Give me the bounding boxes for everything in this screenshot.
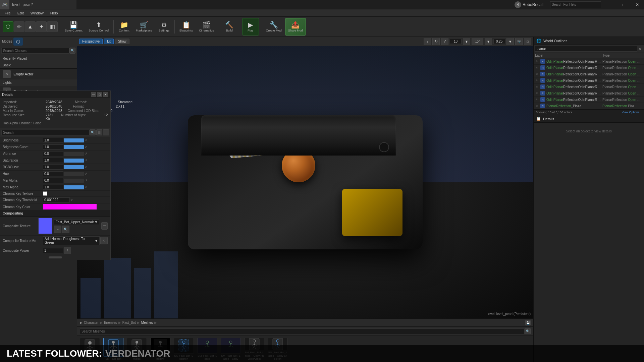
share-mod-button[interactable]: 📤 Share Mod	[285, 18, 306, 36]
menu-edit[interactable]: Edit	[14, 10, 27, 16]
close-button[interactable]: ✕	[631, 0, 644, 9]
eye-icon-5[interactable]: 👁	[535, 91, 539, 95]
perspective-button[interactable]: Perspective	[79, 39, 103, 44]
min-alpha-row[interactable]: Min Alpha ↺	[0, 177, 110, 184]
mode-placement[interactable]: ⬡	[13, 38, 23, 46]
brightness-input[interactable]	[43, 138, 63, 143]
outliner-row-3[interactable]: 👁 R OdinPlanarReflectionOdinPlanarRe... …	[534, 77, 644, 84]
viewport[interactable]: Level: level_pearl (Persistent)	[77, 46, 533, 318]
maximize-viewport[interactable]: □	[524, 38, 531, 45]
details-search-input[interactable]	[1, 130, 90, 135]
cinematics-button[interactable]: 🎬 Cinematics	[196, 18, 217, 36]
eye-icon-7[interactable]: 👁	[535, 104, 539, 108]
max-alpha-input[interactable]	[43, 185, 63, 190]
brightness-row[interactable]: Brightness ↺	[0, 137, 110, 144]
min-alpha-input[interactable]	[43, 178, 63, 183]
texture-dropdown-icon[interactable]: ▼	[94, 220, 98, 224]
view-options-link[interactable]: View Options...	[622, 111, 642, 114]
max-alpha-row[interactable]: Max Alpha ↺	[0, 184, 110, 191]
brightness-curve-input[interactable]	[43, 144, 63, 149]
brightness-slider[interactable]	[64, 138, 84, 142]
mode-geometry[interactable]: ◧	[47, 21, 58, 32]
angle-dropdown[interactable]: ▼	[485, 38, 492, 45]
eye-icon-3[interactable]: 👁	[535, 78, 539, 82]
search-classes-input[interactable]	[1, 48, 69, 54]
create-mod-button[interactable]: 🔧 Create Mod	[263, 18, 284, 36]
translate-icon[interactable]: ↕	[424, 38, 431, 45]
source-control-button[interactable]: ⬆ Source Control	[86, 18, 111, 36]
scale-dropdown[interactable]: ▼	[506, 38, 514, 45]
eye-icon-1[interactable]: 👁	[535, 66, 539, 70]
cb-crumb-character[interactable]: Character	[84, 321, 99, 324]
eye-icon-2[interactable]: 👁	[535, 72, 539, 76]
outliner-row-1[interactable]: 👁 R OdinPlanarReflectionOdinPlanarRe... …	[534, 65, 644, 71]
hue-input[interactable]	[43, 171, 63, 176]
maximize-button[interactable]: □	[617, 0, 631, 9]
hue-reset[interactable]: ↺	[85, 172, 87, 175]
build-button[interactable]: 🔨 Build	[221, 18, 238, 36]
brightness-curve-row[interactable]: Brightness Curve ↺	[0, 144, 110, 150]
outliner-clear-btn[interactable]: ✕	[637, 47, 643, 51]
chroma-key-texture-row[interactable]: Chroma Key Texture	[0, 191, 110, 197]
details-minimize[interactable]: —	[91, 92, 96, 97]
chroma-key-texture-checkbox[interactable]	[43, 191, 47, 196]
scroll-handle[interactable]	[0, 255, 110, 260]
eye-icon-4[interactable]: 👁	[535, 85, 539, 89]
cb-search-input[interactable]	[80, 328, 525, 334]
cb-crumb-enemies[interactable]: Enemies	[104, 321, 117, 324]
content-button[interactable]: 📁 Content	[116, 18, 132, 36]
menu-file[interactable]: File	[1, 10, 14, 16]
vibrance-row[interactable]: Vibrance ↺	[0, 150, 110, 157]
min-alpha-slider[interactable]	[64, 179, 84, 183]
texture-preview[interactable]	[38, 218, 52, 234]
cb-crumb-fastbot[interactable]: Fast_Bot	[122, 321, 136, 324]
chroma-threshold-reset[interactable]: ↺	[70, 198, 73, 201]
rgbcurve-input[interactable]	[43, 165, 63, 170]
composite-power-row[interactable]: Composite Power ?	[0, 246, 110, 255]
grid-size-input[interactable]	[450, 39, 462, 44]
outliner-row-7[interactable]: 👁 R PlanarReflection_Plaza PlanarReflect…	[534, 103, 644, 109]
outliner-row-6[interactable]: 👁 R OdinPlanarReflectionOdinPlanarRe... …	[534, 97, 644, 103]
mode-select[interactable]: ⬡	[3, 21, 13, 32]
minimize-button[interactable]: —	[604, 0, 617, 9]
eye-icon-0[interactable]: 👁	[535, 59, 539, 63]
saturation-row[interactable]: Saturation ↺	[0, 157, 110, 164]
details-search-button[interactable]: 🔍	[90, 129, 96, 135]
outliner-row-5[interactable]: 👁 R OdinPlanarReflectionOdinPlanarRe... …	[534, 90, 644, 97]
saturation-input[interactable]	[43, 158, 63, 163]
save-current-button[interactable]: 💾 Save Current	[62, 18, 85, 36]
window-tab[interactable]: level_pearl*	[9, 0, 76, 9]
menu-help[interactable]: Help	[47, 10, 61, 16]
lit-button[interactable]: Lit	[104, 39, 114, 44]
cb-search-button[interactable]: 🔍	[525, 328, 531, 334]
details-close[interactable]: ✕	[103, 92, 108, 97]
brightness-reset[interactable]: ↺	[85, 139, 87, 142]
texture-back-btn[interactable]: ←	[54, 226, 61, 233]
menu-window[interactable]: Window	[27, 10, 47, 16]
brightness-curve-slider[interactable]	[64, 145, 84, 149]
chroma-key-threshold-row[interactable]: Chroma Key Threshold ↺	[0, 197, 110, 203]
saturation-slider[interactable]	[64, 159, 84, 163]
mode-foliage[interactable]: ✦	[36, 21, 47, 32]
eye-icon-6[interactable]: 👁	[535, 98, 539, 102]
hue-slider[interactable]	[64, 172, 84, 176]
vibrance-reset[interactable]: ↺	[85, 152, 87, 155]
scale-icon[interactable]: ⤢	[441, 38, 448, 45]
help-search-input[interactable]	[550, 3, 601, 6]
details-options-button[interactable]: ⋯	[103, 129, 109, 135]
rgbcurve-reset[interactable]: ↺	[85, 166, 87, 169]
chroma-key-color-row[interactable]: Chroma Key Color	[0, 203, 110, 210]
vibrance-slider[interactable]	[64, 152, 84, 156]
rotate-icon[interactable]: ↻	[432, 38, 440, 45]
camera-speed[interactable]: 📷	[515, 38, 523, 45]
outliner-row-4[interactable]: 👁 R OdinPlanarReflectionOdinPlanarRe... …	[534, 84, 644, 90]
settings-button[interactable]: ⚙ Settings	[156, 18, 172, 36]
composite-mo-clear[interactable]: ✕	[100, 237, 108, 244]
rgbcurve-slider[interactable]	[64, 165, 84, 169]
composite-mo-dropdown[interactable]: Add Normal Roughness To Green ▼	[43, 236, 100, 245]
empty-actor-item[interactable]: ○ Empty Actor	[0, 69, 77, 79]
chroma-key-threshold-input[interactable]	[43, 197, 70, 202]
mode-paint[interactable]: ✏	[14, 21, 24, 32]
details-filter-button[interactable]: ☰	[96, 129, 102, 135]
mode-landscape[interactable]: ▲	[25, 21, 36, 32]
